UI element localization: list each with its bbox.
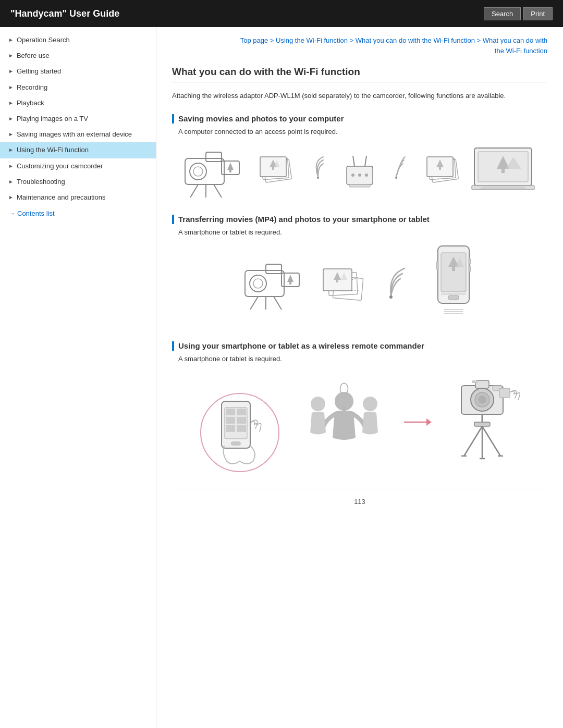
contents-list-link[interactable]: → Contents list xyxy=(0,205,156,221)
svg-rect-3 xyxy=(206,152,222,162)
sidebar-label: Getting started xyxy=(17,67,148,76)
sidebar-label: Playing images on a TV xyxy=(17,114,148,124)
contents-list-label: Contents list xyxy=(17,209,55,217)
sidebar-item-recording[interactable]: ► Recording xyxy=(0,80,156,95)
svg-rect-52 xyxy=(336,280,338,282)
sidebar-item-operation-search[interactable]: ► Operation Search xyxy=(0,32,156,48)
svg-rect-76 xyxy=(237,417,246,424)
svg-point-81 xyxy=(311,397,325,411)
sidebar-item-troubleshooting[interactable]: ► Troubleshooting xyxy=(0,174,156,190)
sidebar-label: Recording xyxy=(17,83,148,92)
svg-rect-92 xyxy=(472,380,478,383)
svg-rect-78 xyxy=(237,425,246,432)
chevron-right-icon: ► xyxy=(8,146,14,154)
sidebar-item-getting-started[interactable]: ► Getting started xyxy=(0,64,156,79)
svg-rect-29 xyxy=(439,167,441,170)
chevron-right-icon: ► xyxy=(8,194,14,201)
sidebar-item-playing-images[interactable]: ► Playing images on a TV xyxy=(0,111,156,127)
sidebar-label: Maintenance and precautions xyxy=(17,193,148,202)
section-title-transferring: Transferring movies (MP4) and photos to … xyxy=(172,215,547,224)
sidebar-item-playback[interactable]: ► Playback xyxy=(0,95,156,111)
chevron-right-icon: ► xyxy=(8,163,14,170)
svg-line-96 xyxy=(464,426,482,456)
svg-marker-5 xyxy=(227,163,234,170)
sidebar-item-wifi[interactable]: ► Using the Wi-Fi function xyxy=(0,142,156,158)
chevron-right-icon: ► xyxy=(8,131,14,138)
search-button[interactable]: Search xyxy=(484,7,521,20)
svg-rect-65 xyxy=(469,266,471,272)
illustration-transferring xyxy=(172,243,547,327)
wifi-signals-large xyxy=(381,264,417,306)
svg-point-22 xyxy=(365,174,368,177)
chevron-right-icon: ► xyxy=(8,36,14,44)
app-title: "Handycam" User Guide xyxy=(10,8,119,19)
photos-stack-1 xyxy=(258,151,295,192)
svg-line-45 xyxy=(250,297,258,310)
sidebar-item-saving-images[interactable]: ► Saving images with an external device xyxy=(0,127,156,142)
svg-rect-75 xyxy=(226,417,235,424)
sidebar-item-maintenance[interactable]: ► Maintenance and precautions xyxy=(0,190,156,205)
svg-point-39 xyxy=(250,275,266,292)
people-silhouettes xyxy=(297,380,391,464)
wifi-router xyxy=(341,148,378,195)
print-button[interactable]: Print xyxy=(523,7,553,20)
header-buttons: Search Print xyxy=(484,7,553,20)
svg-line-98 xyxy=(482,426,500,456)
breadcrumb-wifi[interactable]: Using the Wi-Fi function xyxy=(276,36,348,44)
camcorder-illustration-2 xyxy=(240,255,308,315)
arrow-right-icon: → xyxy=(8,209,15,217)
sidebar-item-customizing[interactable]: ► Customizing your camcorder xyxy=(0,158,156,174)
svg-rect-74 xyxy=(237,409,246,415)
header: "Handycam" User Guide Search Print xyxy=(0,0,563,27)
section-desc-saving: A computer connected to an access point … xyxy=(178,128,547,135)
section-title-saving: Saving movies and photos to your compute… xyxy=(172,114,547,124)
breadcrumb-top[interactable]: Top page xyxy=(240,36,268,44)
svg-rect-0 xyxy=(185,158,224,184)
sidebar-item-before-use[interactable]: ► Before use xyxy=(0,48,156,64)
camera-tripod-illustration xyxy=(443,370,527,474)
svg-rect-14 xyxy=(272,167,274,170)
chevron-right-icon: ► xyxy=(8,52,14,59)
section-bar-icon xyxy=(172,114,174,124)
svg-point-56 xyxy=(389,295,393,299)
page-description: Attaching the wireless adaptor ADP-WL1M … xyxy=(172,91,547,102)
photos-stack-2 xyxy=(425,151,461,192)
breadcrumb: Top page > Using the Wi-Fi function > Wh… xyxy=(172,35,547,56)
breadcrumb-current[interactable]: the Wi-Fi function xyxy=(495,47,547,55)
section-bar-icon xyxy=(172,215,174,224)
smartphone-illustration xyxy=(427,243,480,327)
wifi-signals-2 xyxy=(388,156,414,187)
wifi-signals-1 xyxy=(305,156,331,187)
sidebar-label: Saving images with an external device xyxy=(17,130,148,139)
sidebar-label: Customizing your camcorder xyxy=(17,162,148,171)
laptop-illustration xyxy=(472,145,540,198)
svg-line-47 xyxy=(274,297,282,310)
section-title-remote: Using your smartphone or tablet as a wir… xyxy=(172,341,547,351)
svg-rect-44 xyxy=(289,282,291,285)
section-desc-remote: A smartphone or tablet is required. xyxy=(178,355,547,363)
svg-point-89 xyxy=(479,396,486,403)
section-title-label: Saving movies and photos to your compute… xyxy=(178,114,344,123)
section-title-label: Using your smartphone or tablet as a wir… xyxy=(178,341,424,350)
illustration-saving xyxy=(172,143,547,200)
chevron-right-icon: ► xyxy=(8,68,14,75)
arrow-indicator xyxy=(401,412,433,433)
svg-rect-41 xyxy=(266,264,282,274)
section-bar-icon xyxy=(172,341,174,351)
svg-rect-33 xyxy=(501,169,505,173)
svg-rect-79 xyxy=(231,442,240,445)
svg-marker-85 xyxy=(426,418,432,426)
page-number: 113 xyxy=(354,498,365,505)
breadcrumb-what[interactable]: What you can do with the Wi-Fi function xyxy=(356,36,475,44)
svg-point-21 xyxy=(358,174,361,177)
chevron-right-icon: ► xyxy=(8,178,14,186)
chevron-right-icon: ► xyxy=(8,100,14,107)
sidebar-label: Playback xyxy=(17,98,148,108)
svg-rect-6 xyxy=(229,170,231,172)
section-desc-transferring: A smartphone or tablet is required. xyxy=(178,228,547,236)
sidebar-label: Troubleshooting xyxy=(17,177,148,187)
svg-point-16 xyxy=(317,177,319,179)
svg-rect-77 xyxy=(226,425,235,432)
svg-rect-66 xyxy=(441,293,466,295)
illustration-remote xyxy=(172,370,547,474)
